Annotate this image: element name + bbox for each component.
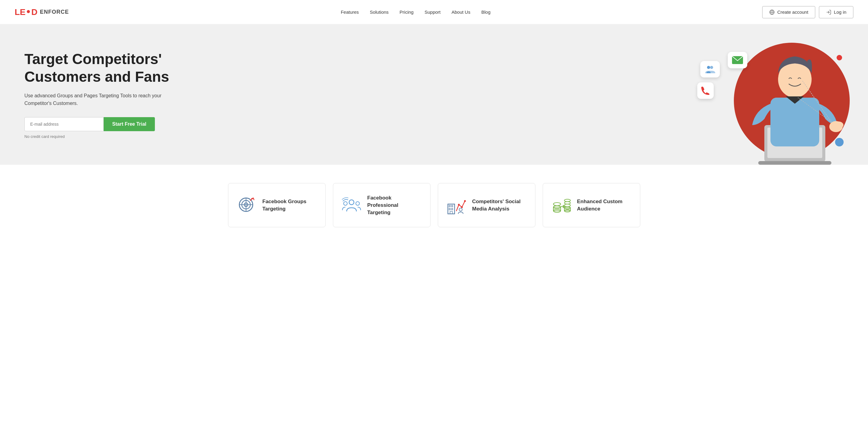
social-analysis-label: Competitors' Social Media Analysis	[472, 198, 527, 213]
nav-links: Features Solutions Pricing Support About…	[341, 9, 491, 14]
nav-blog[interactable]: Blog	[482, 9, 491, 14]
groups-targeting-icon	[237, 196, 256, 215]
svg-point-33	[459, 208, 462, 211]
svg-point-43	[564, 199, 570, 202]
feature-card-audience: Enhanced Custom Audience	[543, 183, 640, 227]
svg-rect-26	[452, 205, 453, 207]
logo[interactable]: LEDENFORCE	[14, 7, 69, 17]
login-button[interactable]: Log in	[819, 6, 854, 18]
nav-features[interactable]: Features	[341, 9, 359, 14]
nav-actions: Create account Log in	[762, 6, 854, 18]
features-section: Facebook Groups Targeting Facebook Profe…	[0, 165, 868, 252]
nav-pricing[interactable]: Pricing	[400, 9, 414, 14]
hero-title: Target Competitors' Customers and Fans	[24, 50, 183, 85]
feature-card-groups: Facebook Groups Targeting	[228, 183, 326, 227]
person-illustration	[746, 30, 844, 165]
groups-targeting-label: Facebook Groups Targeting	[262, 198, 317, 213]
nav-support[interactable]: Support	[424, 9, 440, 14]
svg-point-21	[349, 200, 354, 205]
custom-audience-icon	[552, 196, 571, 215]
professional-targeting-label: Facebook Professional Targeting	[367, 194, 422, 216]
hero-illustration	[691, 37, 844, 165]
svg-point-30	[458, 204, 460, 206]
hero-content: Target Competitors' Customers and Fans U…	[24, 50, 183, 151]
feature-card-professional: Facebook Professional Targeting	[333, 183, 431, 227]
svg-rect-10	[770, 98, 819, 146]
navbar: LEDENFORCE Features Solutions Pricing Su…	[0, 0, 868, 24]
create-account-button[interactable]: Create account	[762, 6, 815, 18]
login-icon	[826, 9, 831, 15]
social-analysis-icon	[447, 196, 466, 215]
svg-rect-27	[449, 208, 450, 210]
svg-point-32	[464, 200, 466, 202]
hero-note: No credit card required	[24, 134, 183, 139]
start-trial-button[interactable]: Start Free Trial	[104, 117, 155, 131]
email-input[interactable]	[24, 117, 104, 131]
svg-rect-28	[452, 208, 453, 210]
hero-subtitle: Use advanced Groups and Pages Targeting …	[24, 92, 183, 108]
hero-section: Target Competitors' Customers and Fans U…	[0, 24, 868, 165]
svg-point-23	[356, 202, 360, 205]
feature-card-social: Competitors' Social Media Analysis	[438, 183, 535, 227]
svg-point-4	[707, 66, 710, 69]
professional-targeting-icon	[342, 196, 361, 215]
svg-point-5	[710, 66, 713, 69]
svg-rect-25	[449, 205, 450, 207]
svg-point-42	[564, 202, 570, 204]
svg-point-37	[553, 203, 561, 206]
float-phone-icon	[697, 82, 714, 99]
svg-rect-9	[758, 161, 831, 165]
svg-point-22	[344, 202, 347, 205]
hero-form: Start Free Trial	[24, 117, 183, 131]
nav-solutions[interactable]: Solutions	[370, 9, 389, 14]
svg-point-41	[564, 204, 570, 207]
nav-about[interactable]: About Us	[452, 9, 470, 14]
globe-icon	[769, 9, 775, 15]
custom-audience-label: Enhanced Custom Audience	[577, 198, 631, 213]
float-people-icon	[700, 61, 720, 78]
svg-point-31	[461, 206, 463, 208]
float-email-icon	[728, 52, 747, 68]
